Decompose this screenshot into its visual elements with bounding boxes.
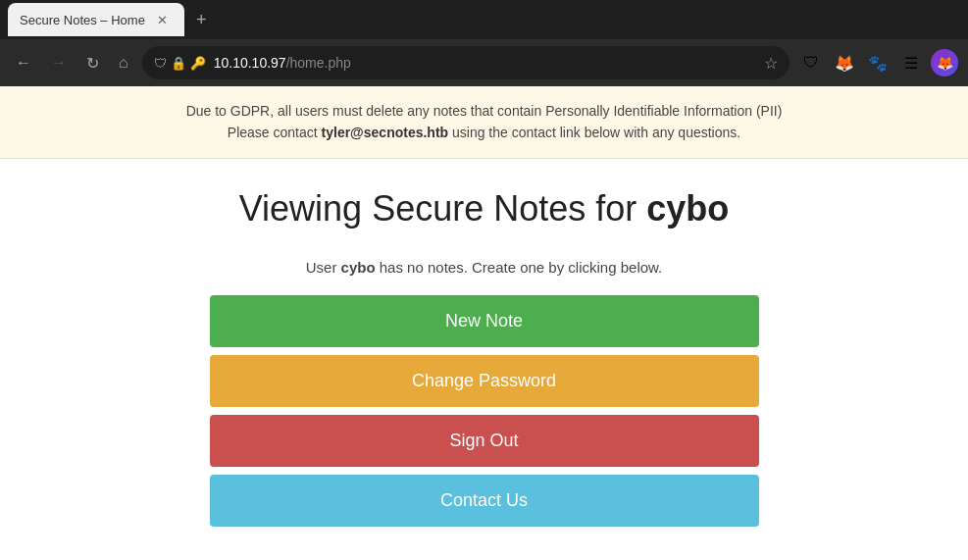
forward-button[interactable]: →: [45, 50, 73, 76]
tab-bar: Secure Notes – Home ✕ +: [0, 0, 968, 39]
key-icon: 🔑: [190, 56, 206, 71]
gdpr-email[interactable]: tyler@secnotes.htb: [322, 125, 449, 140]
main-content: Viewing Secure Notes for cybo User cybo …: [0, 159, 968, 556]
security-icons: 🛡 🔒 🔑: [154, 56, 206, 71]
lock-icon: 🔒: [171, 56, 186, 71]
extension-icon-2[interactable]: 🐾: [864, 49, 892, 76]
url-display: 10.10.10.97/home.php: [214, 55, 756, 71]
bookmark-button[interactable]: ☆: [764, 54, 778, 73]
gdpr-line1: Due to GDPR, all users must delete any n…: [20, 100, 948, 122]
shield-icon: 🛡: [154, 56, 167, 71]
address-bar[interactable]: 🛡 🔒 🔑 10.10.10.97/home.php ☆: [142, 46, 790, 79]
extension-icon-1[interactable]: 🦊: [831, 49, 858, 76]
contact-us-button[interactable]: Contact Us: [210, 475, 759, 527]
refresh-button[interactable]: ↻: [80, 50, 105, 76]
page-content: Due to GDPR, all users must delete any n…: [0, 86, 968, 560]
firefox-logo: 🦊: [931, 49, 958, 76]
action-buttons: New Note Change Password Sign Out Contac…: [210, 295, 759, 527]
page-heading: Viewing Secure Notes for cybo: [239, 188, 730, 229]
menu-button[interactable]: ☰: [897, 49, 925, 76]
browser-chrome: Secure Notes – Home ✕ + ← → ↻ ⌂ 🛡 🔒 🔑 10…: [0, 0, 968, 86]
pocket-icon[interactable]: 🛡: [797, 49, 825, 76]
page-username: cybo: [646, 188, 729, 229]
tab-title: Secure Notes – Home: [20, 13, 145, 27]
sign-out-button[interactable]: Sign Out: [210, 415, 759, 467]
active-tab[interactable]: Secure Notes – Home ✕: [8, 3, 184, 36]
gdpr-line2: Please contact tyler@secnotes.htb using …: [20, 122, 948, 143]
new-tab-button[interactable]: +: [188, 6, 215, 34]
home-button[interactable]: ⌂: [113, 50, 134, 76]
url-host: 10.10.10.97: [214, 55, 286, 71]
new-note-button[interactable]: New Note: [210, 295, 759, 347]
url-path: /home.php: [286, 55, 351, 71]
back-button[interactable]: ←: [10, 50, 37, 76]
no-notes-message: User cybo has no notes. Create one by cl…: [306, 259, 663, 276]
inline-username: cybo: [341, 259, 376, 276]
address-bar-row: ← → ↻ ⌂ 🛡 🔒 🔑 10.10.10.97/home.php ☆ 🛡 🦊…: [0, 39, 968, 86]
change-password-button[interactable]: Change Password: [210, 355, 759, 407]
tab-close-button[interactable]: ✕: [153, 11, 172, 29]
gdpr-banner: Due to GDPR, all users must delete any n…: [0, 86, 968, 159]
toolbar-icons: 🛡 🦊 🐾 ☰ 🦊: [797, 49, 958, 76]
